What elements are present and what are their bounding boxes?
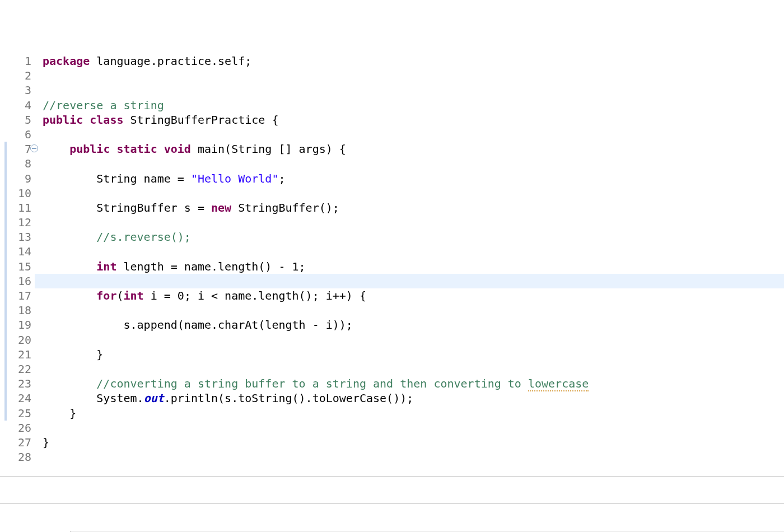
line-number: 28 bbox=[0, 450, 31, 464]
line-number: 19 bbox=[0, 318, 31, 332]
line-number: 26 bbox=[0, 421, 31, 435]
code-line[interactable] bbox=[43, 450, 784, 464]
code-line[interactable]: s.append(name.charAt(length - i)); bbox=[43, 318, 784, 332]
line-number: 23 bbox=[0, 376, 31, 391]
code-line[interactable] bbox=[43, 362, 784, 376]
line-number: 25 bbox=[0, 406, 31, 421]
line-number: 7 bbox=[0, 142, 31, 156]
line-number: 9 bbox=[0, 171, 31, 186]
code-line[interactable]: } bbox=[43, 347, 784, 362]
code-line[interactable] bbox=[43, 244, 784, 259]
code-line[interactable] bbox=[43, 127, 784, 142]
code-line[interactable] bbox=[43, 83, 784, 97]
code-line[interactable] bbox=[43, 421, 784, 435]
line-number: 20 bbox=[0, 333, 31, 347]
line-number: 5 bbox=[0, 113, 31, 127]
line-number: 24 bbox=[0, 391, 31, 405]
code-line[interactable] bbox=[43, 156, 784, 171]
code-line[interactable]: //converting a string buffer to a string… bbox=[43, 376, 784, 391]
line-number: 22 bbox=[0, 362, 31, 376]
code-line[interactable]: StringBuffer s = new StringBuffer(); bbox=[43, 200, 784, 215]
line-number: 27 bbox=[0, 435, 31, 450]
code-line[interactable]: //s.reverse(); bbox=[43, 230, 784, 244]
code-line[interactable]: String name = "Hello World"; bbox=[43, 171, 784, 186]
code-line[interactable]: public class StringBufferPractice { bbox=[43, 113, 784, 127]
code-line[interactable]: //reverse a string bbox=[43, 98, 784, 113]
code-line[interactable] bbox=[43, 68, 784, 83]
line-number: 11 bbox=[0, 200, 31, 215]
line-number: 14 bbox=[0, 244, 31, 259]
line-number: 10 bbox=[0, 186, 31, 200]
line-number: 3 bbox=[0, 83, 31, 97]
line-number: 4 bbox=[0, 98, 31, 113]
line-number: 13 bbox=[0, 230, 31, 244]
line-number: 16 bbox=[0, 274, 31, 288]
code-line[interactable]: int length = name.length() - 1; bbox=[43, 259, 784, 274]
code-line[interactable]: System.out.println(s.toString().toLowerC… bbox=[43, 391, 784, 405]
code-line[interactable] bbox=[43, 186, 784, 200]
code-line[interactable] bbox=[43, 303, 784, 318]
line-number: 18 bbox=[0, 303, 31, 318]
line-number: 17 bbox=[0, 288, 31, 303]
code-line[interactable] bbox=[43, 333, 784, 347]
code-line[interactable] bbox=[43, 274, 784, 288]
line-number: 12 bbox=[0, 215, 31, 230]
code-line[interactable]: package language.practice.self; bbox=[43, 54, 784, 68]
code-editor[interactable]: 1234567891011121314151617181920212223242… bbox=[0, 54, 784, 477]
line-number: 2 bbox=[0, 68, 31, 83]
line-number: 6 bbox=[0, 127, 31, 142]
code-line[interactable]: for(int i = 0; i < name.length(); i++) { bbox=[43, 288, 784, 303]
code-line[interactable]: } bbox=[43, 406, 784, 421]
console-panel: Console ✕ <terminated> StringBufferPract… bbox=[0, 503, 784, 532]
code-line[interactable] bbox=[43, 215, 784, 230]
line-number: 8 bbox=[0, 156, 31, 171]
line-number: 1 bbox=[0, 54, 31, 68]
line-number-gutter: 1234567891011121314151617181920212223242… bbox=[0, 54, 35, 476]
line-number: 21 bbox=[0, 347, 31, 362]
code-line[interactable]: public static void main(String [] args) … bbox=[43, 142, 784, 156]
code-line[interactable]: } bbox=[43, 435, 784, 450]
line-number: 15 bbox=[0, 259, 31, 274]
code-area[interactable]: package language.practice.self;//reverse… bbox=[35, 54, 784, 476]
